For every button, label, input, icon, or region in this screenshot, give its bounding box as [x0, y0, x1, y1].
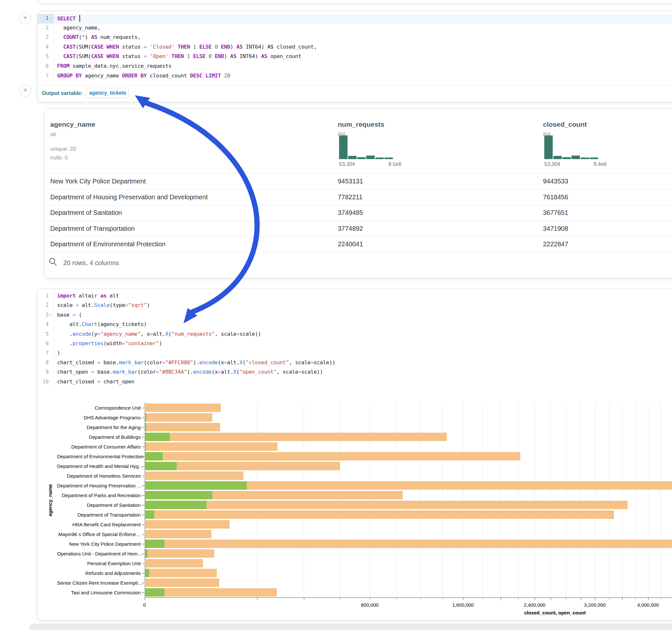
- column-header[interactable]: num_requests: [338, 121, 384, 128]
- cell-closed-count: 3471908: [543, 225, 568, 232]
- line-number: 2: [37, 25, 49, 31]
- open-count-bar: [145, 539, 164, 548]
- code-line[interactable]: ): [57, 350, 60, 356]
- chart-gridline: [518, 403, 518, 597]
- y-axis-tick: [142, 563, 144, 564]
- y-axis-tick: [142, 495, 144, 496]
- closed-count-bar: [145, 549, 214, 558]
- code-line[interactable]: scale = alt.Scale(type="sqrt"): [57, 302, 150, 308]
- code-line[interactable]: GROUP BY agency_name ORDER BY closed_cou…: [57, 73, 230, 79]
- active-line-highlight: [54, 14, 672, 24]
- closed-count-bar: [145, 471, 243, 480]
- code-line[interactable]: CAST(SUM(CASE WHEN status = 'Open' THEN …: [57, 53, 301, 59]
- column-header[interactable]: closed_count: [543, 121, 587, 128]
- code-line[interactable]: .properties(width="container"): [57, 340, 162, 346]
- y-axis-label: Personal Exemption Unit: [57, 561, 141, 566]
- code-line[interactable]: COUNT(*) AS num_requests,: [57, 34, 140, 40]
- code-line[interactable]: agency_name,: [57, 25, 100, 31]
- open-count-bar: [145, 433, 170, 441]
- code-line[interactable]: alt.Chart(agency_tickets): [57, 321, 147, 327]
- y-axis-label: Refunds and Adjustments: [57, 571, 141, 576]
- closed-count-bar: [145, 559, 203, 568]
- histogram-max-label: 9.4e6: [594, 162, 606, 167]
- open-count-bar: [145, 481, 247, 490]
- next-cell-partial[interactable]: [29, 624, 672, 630]
- table-row[interactable]: Department of Environmental Protection22…: [44, 236, 672, 252]
- y-axis-tick: [142, 592, 144, 593]
- cell-num-requests: 7782211: [338, 193, 362, 201]
- closed-count-bar: [145, 433, 447, 441]
- cell-agency-name: Department of Housing Preservation and D…: [50, 193, 208, 201]
- cell-agency-name: Department of Environmental Protection: [50, 240, 166, 248]
- code-line[interactable]: FROM sample_data.nyc.service_requests: [57, 63, 171, 69]
- line-number: 3: [37, 34, 49, 40]
- collapse-chevron-icon[interactable]: ⌄: [49, 312, 52, 317]
- y-axis-label: Taxi and Limousine Commission: [57, 590, 141, 595]
- x-axis-tick-label: 1,600,000: [440, 602, 486, 608]
- line-number: 2: [37, 302, 49, 308]
- add-cell-button[interactable]: +: [19, 12, 31, 24]
- code-line[interactable]: chart_closed + chart_open: [57, 379, 134, 385]
- histogram-bar: [562, 157, 571, 159]
- chart-gridline: [482, 403, 483, 597]
- line-number: 4: [37, 44, 49, 50]
- closed-count-bar: [145, 442, 278, 451]
- line-number: 1: [37, 293, 49, 299]
- y-axis-tick: [142, 427, 144, 428]
- table-row[interactable]: Department of Housing Preservation and D…: [44, 189, 672, 205]
- add-cell-button[interactable]: +: [19, 84, 31, 97]
- code-line[interactable]: base = (: [57, 312, 82, 318]
- table-row[interactable]: Department of Transportation377489234719…: [44, 221, 672, 237]
- y-axis-label: Department of Environmental Protection: [57, 454, 141, 459]
- column-meta-unique: unique: 20: [50, 146, 76, 152]
- column-header[interactable]: agency_name: [50, 121, 95, 128]
- histogram-bar: [376, 158, 384, 159]
- code-line[interactable]: chart_closed = base.mark_bar(color="#FFC…: [57, 359, 335, 366]
- closed-count-bar: [145, 423, 220, 432]
- output-variable-badge[interactable]: agency_tickets: [86, 88, 129, 98]
- gutter-divider: [54, 289, 54, 390]
- closed-count-bar: [145, 569, 217, 578]
- table-row[interactable]: New York City Police Department945313194…: [44, 173, 672, 189]
- line-number: 1: [37, 15, 49, 21]
- search-icon[interactable]: [48, 257, 58, 267]
- y-axis-label: Department of Consumer Affairs: [57, 444, 141, 450]
- y-axis-label: Department of Housing Preservation …: [57, 483, 141, 488]
- histogram-bar: [572, 155, 580, 159]
- chart-gridline: [622, 403, 622, 597]
- chart-gridline: [609, 403, 609, 597]
- y-axis-title: agency_name: [47, 478, 53, 523]
- y-axis-tick: [142, 456, 144, 457]
- code-line[interactable]: chart_open = base.mark_bar(color="#8BC34…: [57, 369, 323, 375]
- line-number: 10: [37, 379, 49, 385]
- y-axis-label: New York City Police Department: [57, 541, 141, 547]
- table-row[interactable]: Department of Sanitation37494853677651: [44, 205, 672, 221]
- row-divider: [44, 252, 672, 252]
- chart-gridline: [501, 403, 501, 597]
- y-axis-label: DHS Advantage Programs: [57, 415, 141, 420]
- line-number: 3: [37, 312, 49, 318]
- code-line[interactable]: CAST(SUM(CASE WHEN status = 'Closed' THE…: [57, 44, 317, 50]
- code-line[interactable]: .encode(y="agency_name", x=alt.X("num_re…: [57, 331, 261, 337]
- output-variable-label: Output variable:: [42, 90, 83, 96]
- open-count-bar: [145, 442, 146, 451]
- line-number: 5: [37, 53, 49, 59]
- collapse-chevron-icon[interactable]: ⌄: [49, 16, 52, 20]
- previous-cell-partial: [37, 0, 672, 3]
- closed-count-bar: [145, 530, 211, 539]
- cell-section-divider: [37, 85, 672, 85]
- code-line[interactable]: import altair as alt: [57, 293, 119, 299]
- closed-count-bar: [145, 520, 230, 529]
- y-axis-tick: [142, 524, 144, 525]
- y-axis-label: Correspondence Unit: [57, 405, 141, 411]
- notebook-canvas: + + Output variable: agency_tickets agen…: [0, 0, 672, 630]
- code-line[interactable]: SELECT: [57, 15, 80, 22]
- line-number: 8: [37, 360, 49, 366]
- line-number: 7: [37, 73, 49, 79]
- chart-gridline: [550, 403, 551, 597]
- closed-count-bar: [145, 501, 628, 509]
- y-axis-tick: [142, 515, 144, 515]
- closed-count-bar: [145, 510, 614, 519]
- y-axis-label: Department of Health and Mental Hyg…: [57, 463, 141, 469]
- histogram-bar: [590, 158, 598, 159]
